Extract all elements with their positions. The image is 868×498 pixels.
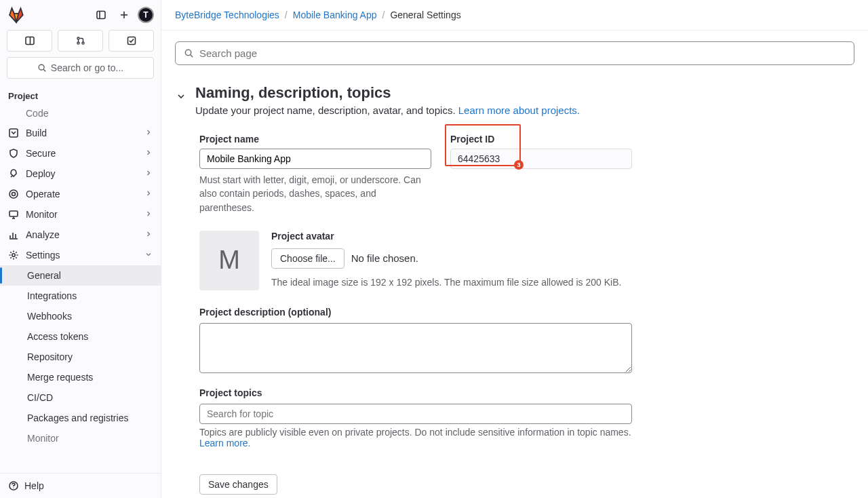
nav-sub-cicd[interactable]: CI/CD — [0, 387, 161, 408]
breadcrumb-project[interactable]: Mobile Banking App — [293, 9, 377, 20]
breadcrumb-sep: / — [285, 9, 288, 20]
nav-sub-webhooks[interactable]: Webhooks — [0, 306, 161, 326]
sidebar-search-label: Search or go to... — [51, 62, 123, 73]
svg-point-7 — [77, 42, 79, 44]
sidebar-panel-icon[interactable] — [92, 5, 111, 24]
nav-item-operate[interactable]: Operate — [0, 184, 161, 204]
nav-item-code[interactable]: Code — [0, 108, 161, 123]
code-icon — [8, 108, 19, 119]
search-page-input[interactable] — [199, 47, 846, 59]
topics-input[interactable] — [199, 404, 632, 424]
svg-point-27 — [185, 50, 191, 55]
avatar-preview: M — [199, 231, 259, 290]
gear-icon — [8, 250, 19, 261]
choose-file-button[interactable]: Choose file... — [271, 248, 344, 269]
svg-point-24 — [12, 254, 15, 256]
learn-more-projects[interactable]: Learn more about projects. — [458, 104, 580, 116]
project-id-value: 64425633 — [450, 149, 632, 169]
section-title: Naming, description, topics — [195, 84, 580, 102]
chevron-right-icon — [144, 168, 153, 179]
save-button[interactable]: Save changes — [199, 474, 277, 495]
main: ByteBridge Technologies / Mobile Banking… — [161, 0, 868, 498]
chevron-right-icon — [144, 189, 153, 199]
merge-requests-button[interactable] — [58, 30, 103, 52]
nav-sub-monitor[interactable]: Monitor — [0, 428, 161, 448]
file-status: No file chosen. — [351, 252, 418, 264]
operate-icon — [8, 189, 19, 199]
issues-button[interactable] — [7, 30, 52, 52]
project-name-help: Must start with letter, digit, emoji, or… — [199, 173, 431, 214]
nav-sub-packages[interactable]: Packages and registries — [0, 408, 161, 428]
svg-line-12 — [43, 69, 45, 71]
nav-item-settings[interactable]: Settings — [0, 245, 161, 265]
nav-sub-merge-requests[interactable]: Merge requests — [0, 367, 161, 387]
nav-item-secure[interactable]: Secure — [0, 143, 161, 164]
svg-point-6 — [77, 37, 79, 39]
svg-point-8 — [81, 42, 83, 44]
project-name-input[interactable] — [199, 149, 431, 169]
todos-button[interactable] — [108, 30, 154, 52]
user-avatar[interactable]: T — [138, 7, 154, 23]
help-link[interactable]: Help — [0, 473, 161, 498]
help-label: Help — [24, 480, 44, 491]
chevron-down-icon — [144, 250, 153, 261]
chevron-right-icon — [144, 229, 153, 240]
chevron-right-icon — [144, 209, 153, 220]
description-label: Project description (optional) — [199, 307, 854, 318]
breadcrumb-sep: / — [382, 9, 385, 20]
analyze-icon — [8, 229, 19, 240]
sidebar-buttons — [0, 30, 161, 57]
content: Naming, description, topics Update your … — [161, 31, 868, 498]
nav-item-deploy[interactable]: Deploy — [0, 164, 161, 184]
chevron-right-icon — [144, 148, 153, 159]
sidebar: T Search or go to... Project Code — [0, 0, 161, 498]
plus-icon[interactable] — [115, 5, 134, 24]
sidebar-nav: Code Build Secure Deploy Operate — [0, 108, 161, 473]
svg-line-28 — [191, 55, 193, 57]
section-toggle[interactable] — [175, 87, 187, 106]
build-icon — [8, 128, 19, 138]
project-name-label: Project name — [199, 134, 431, 145]
breadcrumb: ByteBridge Technologies / Mobile Banking… — [161, 0, 868, 31]
shield-icon — [8, 148, 19, 159]
svg-line-14 — [11, 176, 12, 177]
search-page[interactable] — [175, 41, 854, 65]
sidebar-top: T — [0, 0, 161, 30]
nav-item-analyze[interactable]: Analyze — [0, 225, 161, 245]
nav-item-build[interactable]: Build — [0, 123, 161, 143]
svg-point-11 — [39, 64, 44, 70]
nav-sub-repository[interactable]: Repository — [0, 347, 161, 367]
sidebar-search[interactable]: Search or go to... — [7, 57, 154, 79]
avatar-help: The ideal image size is 192 x 192 pixels… — [271, 275, 854, 289]
svg-point-16 — [12, 193, 16, 196]
project-id-label: Project ID — [450, 134, 632, 145]
breadcrumb-org[interactable]: ByteBridge Technologies — [175, 9, 279, 20]
nav-sub-access-tokens[interactable]: Access tokens — [0, 326, 161, 347]
sidebar-section-title: Project — [0, 84, 161, 108]
monitor-icon — [8, 209, 19, 220]
description-textarea[interactable] — [199, 323, 632, 373]
topics-label: Project topics — [199, 387, 854, 398]
deploy-icon — [8, 168, 19, 179]
gitlab-logo[interactable] — [7, 5, 26, 24]
topics-help: Topics are publicly visible even on priv… — [199, 427, 632, 448]
svg-rect-17 — [9, 211, 18, 216]
svg-point-26 — [13, 488, 14, 489]
chevron-right-icon — [144, 128, 153, 138]
breadcrumb-current: General Settings — [390, 9, 460, 20]
nav-item-monitor[interactable]: Monitor — [0, 204, 161, 225]
nav-sub-general[interactable]: General — [0, 265, 161, 286]
form-area: Project name Must start with letter, dig… — [199, 134, 854, 495]
topics-learn-more[interactable]: Learn more. — [199, 438, 250, 448]
svg-point-15 — [9, 190, 18, 198]
svg-rect-0 — [97, 12, 105, 19]
section-desc: Update your project name, description, a… — [195, 104, 580, 116]
nav-sub-integrations[interactable]: Integrations — [0, 286, 161, 306]
avatar-label: Project avatar — [271, 231, 854, 242]
